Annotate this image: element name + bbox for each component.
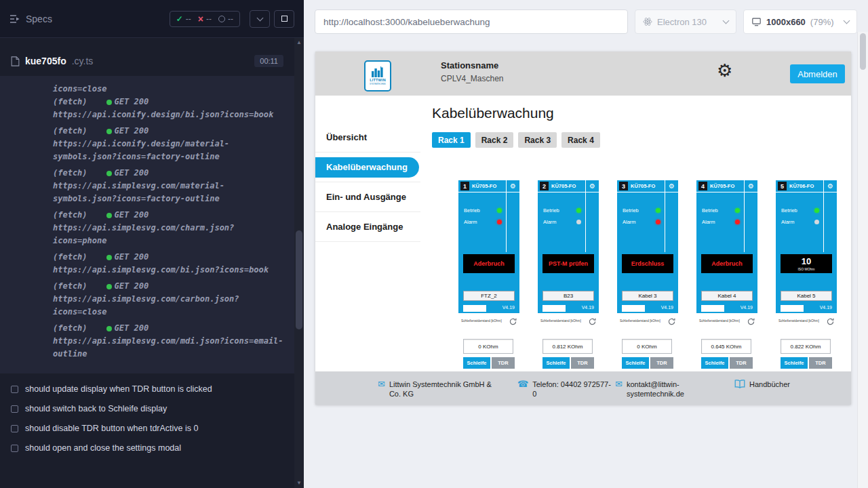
url-input[interactable]	[315, 9, 628, 34]
network-log-entry[interactable]: (fetch)GET 200 https://api.iconify.desig…	[53, 96, 288, 121]
card-gear-icon[interactable]: ⚙	[506, 180, 519, 192]
logout-button[interactable]: Abmelden	[790, 64, 845, 83]
footer-email[interactable]: ✉ kontakt@littwin-systemtechnik.de	[615, 380, 689, 399]
littwin-logo: LITTWIN SYSTEMTECHNIK	[364, 60, 391, 92]
mode-buttons: Schleife TDR	[701, 357, 753, 369]
measurement-section: Schleifenwiderstand [kOhm] 0.822 KOhm Sc…	[776, 313, 837, 371]
logo-sub-text: SYSTEMTECHNIK	[370, 83, 386, 85]
schleife-button[interactable]: Schleife	[701, 357, 728, 369]
tdr-button[interactable]: TDR	[730, 357, 753, 369]
page-scrollbar[interactable]	[857, 32, 868, 488]
scroll-up-arrow-icon[interactable]: ▲	[294, 38, 304, 47]
alarm-led	[814, 220, 819, 224]
test-title: should switch back to Schleife display	[25, 404, 167, 413]
network-log-entry[interactable]: (fetch)GET 200 https://api.iconify.desig…	[53, 125, 288, 163]
tab-rack-3[interactable]: Rack 3	[518, 132, 557, 148]
http-status: GET 200	[115, 251, 149, 264]
card-gear-icon[interactable]: ⚙	[585, 180, 599, 192]
spec-file-row[interactable]: kue705fo.cy.ts 00:11	[0, 46, 294, 76]
card-gear-icon[interactable]: ⚙	[744, 180, 757, 192]
refresh-icon[interactable]	[827, 316, 834, 328]
measurement-label: Schleifenwiderstand [kOhm]	[620, 319, 660, 323]
betrieb-led-row: Betrieb	[781, 207, 819, 214]
mode-buttons: Schleife TDR	[781, 357, 832, 369]
schleife-button[interactable]: Schleife	[542, 357, 570, 369]
card-header: 2 KÜ705-FO ⚙	[538, 180, 599, 192]
browser-name: Electron 130	[657, 17, 707, 27]
tdr-button[interactable]: TDR	[650, 357, 673, 369]
cable-name: Kabel 5	[781, 291, 832, 301]
card-header: 5 KÜ706-FO ⚙	[776, 180, 837, 192]
request-url: https://api.iconify.design/material-symb…	[53, 138, 288, 163]
refresh-icon[interactable]	[589, 316, 596, 328]
test-stats-group[interactable]: ✓-- ×-- --	[170, 11, 240, 27]
network-log-entry[interactable]: (fetch)GET 200 https://api.simplesvg.com…	[53, 251, 288, 277]
footer-company[interactable]: ✉ Littwin Systemtechnik GmbH & Co. KG	[378, 380, 505, 399]
tdr-button[interactable]: TDR	[492, 357, 515, 369]
mode-buttons: Schleife TDR	[542, 357, 594, 369]
test-item[interactable]: should disable TDR button when tdrActive…	[0, 419, 294, 439]
stat-pending: --	[218, 14, 233, 24]
viewport-select[interactable]: 1000x660 (79%)	[743, 9, 857, 34]
tab-rack-1[interactable]: Rack 1	[432, 132, 471, 148]
scroll-down-arrow-icon[interactable]: ▼	[294, 479, 304, 488]
network-log-entry[interactable]: (fetch)GET 200 https://api.simplesvg.com…	[53, 167, 288, 205]
schleife-button[interactable]: Schleife	[781, 357, 808, 369]
fetch-label: (fetch)	[53, 322, 87, 335]
station-value: CPLV4_Maschen	[441, 74, 504, 83]
viewport-icon	[751, 17, 762, 26]
refresh-icon[interactable]	[747, 316, 755, 328]
refresh-icon[interactable]	[668, 316, 675, 328]
tdr-button[interactable]: TDR	[571, 357, 594, 369]
footer-phone[interactable]: ☎ Telefon: 04402 972577-0	[517, 380, 612, 399]
mode-buttons: Schleife TDR	[463, 357, 515, 369]
book-icon	[734, 380, 745, 390]
status-display: Aderbruch	[463, 254, 515, 273]
test-item[interactable]: should update display when TDR button is…	[0, 380, 294, 399]
card-gear-icon[interactable]: ⚙	[823, 180, 837, 192]
specs-menu-button[interactable]: Specs	[9, 14, 52, 24]
status-dot-icon	[106, 255, 112, 260]
email-icon: ✉	[378, 380, 385, 388]
page-scrollbar-thumb[interactable]	[860, 33, 866, 70]
tdr-button[interactable]: TDR	[809, 357, 832, 369]
test-item[interactable]: should open and close the settings modal	[0, 439, 294, 458]
sidebar-item-analoge-eingaenge[interactable]: Analoge Eingänge	[315, 212, 420, 242]
footer-manuals[interactable]: Handbücher	[734, 380, 790, 390]
settings-gear-icon[interactable]: ⚙	[717, 62, 732, 79]
chevron-down-icon	[844, 18, 850, 24]
collapse-all-button[interactable]	[250, 10, 270, 28]
cable-name: Kabel 3	[622, 291, 673, 301]
status-display: 10 ISO MOhm	[781, 254, 832, 273]
tab-rack-4[interactable]: Rack 4	[561, 132, 600, 148]
log-overflow-line: icons=close	[53, 83, 288, 96]
refresh-icon[interactable]	[509, 316, 517, 328]
betrieb-led	[814, 208, 819, 213]
device-cards-row: 1 KÜ705-FO ⚙ Betrieb Alarm Aderbruch FTZ…	[458, 180, 837, 371]
card-number: 4	[698, 182, 707, 190]
schleife-button[interactable]: Schleife	[463, 357, 490, 369]
betrieb-led	[656, 208, 660, 213]
sidebar-item-ein-und-ausgaenge[interactable]: Ein- und Ausgänge	[315, 182, 420, 212]
browser-select[interactable]: Electron 130	[635, 9, 736, 34]
schleife-button[interactable]: Schleife	[622, 357, 649, 369]
stop-run-button[interactable]	[274, 10, 294, 28]
sidebar-item-uebersicht[interactable]: Übersicht	[315, 123, 420, 152]
network-log-entry[interactable]: (fetch)GET 200 https://api.simplesvg.com…	[53, 280, 288, 319]
run-timer: 00:11	[254, 55, 283, 67]
card-gear-icon[interactable]: ⚙	[665, 180, 678, 192]
sidebar-item-kabelueberwachung[interactable]: Kabelüberwachung	[315, 152, 420, 182]
tab-rack-2[interactable]: Rack 2	[475, 132, 514, 148]
http-status: GET 200	[115, 125, 149, 138]
runner-scrollbar[interactable]: ▲ ▼	[294, 38, 304, 488]
network-log-entry[interactable]: (fetch)GET 200 https://api.simplesvg.com…	[53, 322, 288, 361]
runner-scrollbar-thumb[interactable]	[296, 230, 302, 329]
fetch-label: (fetch)	[53, 125, 87, 138]
measurement-value: 0.812 KOhm	[542, 339, 593, 354]
status-dot-icon	[106, 326, 112, 331]
test-title: should update display when TDR button is…	[25, 384, 212, 394]
status-text: 10	[802, 256, 811, 266]
test-state-icon	[11, 386, 18, 393]
test-item[interactable]: should switch back to Schleife display	[0, 399, 294, 419]
network-log-entry[interactable]: (fetch)GET 200 https://api.simplesvg.com…	[53, 209, 288, 247]
